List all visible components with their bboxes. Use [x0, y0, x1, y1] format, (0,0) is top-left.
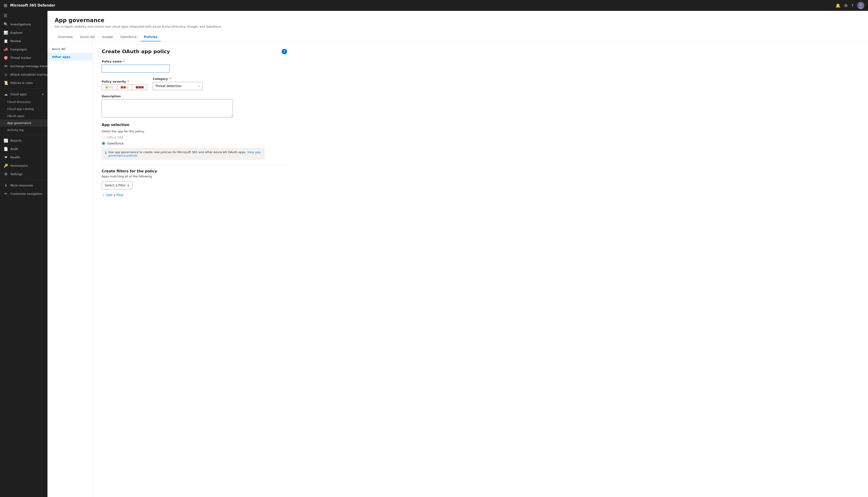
policy-name-group: Policy name *: [102, 60, 287, 73]
main-content: App governance Get in-depth visibility a…: [47, 11, 868, 497]
help-icon[interactable]: ?: [851, 3, 854, 8]
tab-overview[interactable]: Overview: [55, 33, 76, 41]
topbar: ⊞ Microsoft 365 Defender 🔔 ⚙ ?: [0, 0, 868, 11]
sidebar-section-cloud-apps[interactable]: ☁ Cloud apps ∧: [0, 90, 47, 98]
sidebar-divider-3: [0, 180, 47, 180]
radio-office365[interactable]: Office 365: [102, 136, 287, 139]
campaigns-icon: 📣: [4, 47, 8, 52]
sidebar-item-customize-nav[interactable]: ✏ Customize navigation: [0, 189, 47, 198]
severity-medium-btn[interactable]: [117, 85, 132, 90]
sidebar-label-threat-tracker: Threat tracker: [10, 56, 31, 59]
page-title: App governance: [55, 17, 861, 24]
radio-office365-label: Office 365: [107, 136, 123, 139]
sev-sq-3: [111, 86, 113, 88]
select-filter-btn[interactable]: Select a filter ∨: [102, 181, 132, 189]
grid-icon[interactable]: ⊞: [4, 3, 8, 8]
severity-medium-indicator: [121, 86, 128, 88]
left-panel-other-apps[interactable]: Other apps: [47, 53, 92, 61]
tab-google[interactable]: Google: [99, 33, 116, 41]
customize-nav-icon: ✏: [4, 191, 8, 196]
info-banner-text: Use app governance to create new policie…: [108, 151, 261, 157]
sidebar-label-cloud-app-catalog: Cloud app catalog: [7, 107, 34, 111]
sidebar-label-campaigns: Campaigns: [10, 48, 27, 51]
app-body: ☰ 🔍 Investigations 📊 Explorer 📋 Review 📣…: [0, 11, 868, 497]
explorer-icon: 📊: [4, 30, 8, 35]
info-icon: ℹ: [105, 151, 106, 155]
reports-icon: 📈: [4, 139, 8, 143]
sidebar-label-cloud-discovery: Cloud discovery: [7, 100, 31, 104]
sidebar-item-exchange[interactable]: ✉ Exchange message trace: [0, 62, 47, 70]
description-textarea[interactable]: [102, 99, 233, 117]
sev-sq-7: [136, 86, 138, 88]
sidebar-item-investigations[interactable]: 🔍 Investigations: [0, 20, 47, 29]
sidebar-item-policies-rules[interactable]: 📜 Policies & rules: [0, 79, 47, 87]
sidebar-label-settings: Settings: [10, 172, 23, 176]
tab-salesforce[interactable]: Salesforce: [117, 33, 140, 41]
add-filter-btn[interactable]: ＋ Add a filter: [102, 191, 124, 199]
sidebar-label-more-resources: More resources: [10, 184, 33, 187]
tab-azure-ad[interactable]: Azure AD: [77, 33, 98, 41]
attack-sim-icon: ⚔: [4, 72, 8, 77]
svg-point-1: [858, 7, 864, 9]
avatar[interactable]: [857, 2, 864, 9]
severity-high-btn[interactable]: [132, 85, 147, 90]
sidebar-item-more-resources[interactable]: ℹ More resources: [0, 181, 47, 189]
policy-name-label: Policy name *: [102, 60, 287, 63]
notification-icon[interactable]: 🔔: [836, 3, 840, 8]
page-subtitle: Get in-depth visibility and control over…: [55, 25, 861, 28]
tab-policies[interactable]: Policies: [141, 33, 161, 41]
sidebar-item-oauth-apps[interactable]: OAuth apps: [0, 112, 47, 119]
left-panel: Azure AD Other apps: [47, 41, 93, 497]
radio-salesforce[interactable]: Salesforce: [102, 142, 287, 145]
sidebar-label-health: Health: [10, 156, 20, 159]
sev-sq-4: [121, 86, 123, 88]
sidebar-item-cloud-discovery[interactable]: Cloud discovery: [0, 98, 47, 105]
sidebar-item-permissions[interactable]: 🔑 Permissions: [0, 161, 47, 170]
page-header: App governance Get in-depth visibility a…: [47, 11, 868, 33]
sev-sq-8: [138, 86, 141, 88]
left-panel-azure-ad[interactable]: Azure AD: [47, 45, 92, 53]
radio-salesforce-label: Salesforce: [107, 142, 124, 145]
radio-office365-input[interactable]: [102, 136, 105, 139]
help-button[interactable]: ?: [282, 49, 287, 54]
settings-icon[interactable]: ⚙: [844, 3, 848, 8]
sidebar: ☰ 🔍 Investigations 📊 Explorer 📋 Review 📣…: [0, 11, 47, 497]
sidebar-item-campaigns[interactable]: 📣 Campaigns: [0, 45, 47, 54]
severity-buttons: [102, 85, 147, 90]
sidebar-label-audit: Audit: [10, 147, 18, 151]
policy-name-input[interactable]: [102, 65, 170, 73]
sidebar-item-settings[interactable]: ⚙ Settings: [0, 170, 47, 178]
severity-high-indicator: [136, 86, 144, 88]
app-radio-group: Office 365 Salesforce: [102, 136, 287, 145]
sidebar-item-explorer[interactable]: 📊 Explorer: [0, 29, 47, 37]
severity-low-btn[interactable]: [102, 85, 117, 90]
page-tabs: Overview Azure AD Google Salesforce Poli…: [47, 33, 868, 41]
category-select[interactable]: Threat detection Compliance Data governa…: [153, 82, 203, 90]
sidebar-divider-1: [0, 88, 47, 89]
sidebar-item-review[interactable]: 📋 Review: [0, 37, 47, 45]
sidebar-item-threat-tracker[interactable]: 🎯 Threat tracker: [0, 54, 47, 62]
select-filter-chevron: ∨: [127, 183, 129, 187]
sidebar-item-health[interactable]: ❤ Health: [0, 153, 47, 161]
required-star: *: [122, 60, 124, 63]
sidebar-item-app-governance[interactable]: App governance: [0, 119, 47, 126]
sidebar-divider-2: [0, 135, 47, 135]
more-resources-icon: ℹ: [4, 183, 8, 187]
sidebar-label-review: Review: [10, 39, 21, 43]
severity-label: Policy severity *: [102, 80, 147, 83]
sidebar-label-explorer: Explorer: [10, 31, 23, 34]
sidebar-item-cloud-app-catalog[interactable]: Cloud app catalog: [0, 105, 47, 112]
radio-salesforce-input[interactable]: [102, 142, 105, 145]
sidebar-item-activity-log[interactable]: Activity log: [0, 126, 47, 133]
sidebar-label-permissions: Permissions: [10, 164, 28, 167]
svg-point-0: [859, 3, 862, 6]
category-select-wrapper: Threat detection Compliance Data governa…: [153, 82, 203, 90]
sidebar-item-reports[interactable]: 📈 Reports: [0, 137, 47, 145]
investigations-icon: 🔍: [4, 22, 8, 27]
health-icon: ❤: [4, 155, 8, 159]
add-filter-icon: ＋: [102, 193, 105, 197]
sidebar-item-audit[interactable]: 📄 Audit: [0, 145, 47, 153]
sidebar-toggle[interactable]: ☰: [0, 11, 47, 20]
sidebar-item-attack-simulation[interactable]: ⚔ Attack simulation training: [0, 70, 47, 79]
split-layout: Azure AD Other apps Create OAuth app pol…: [47, 41, 868, 497]
